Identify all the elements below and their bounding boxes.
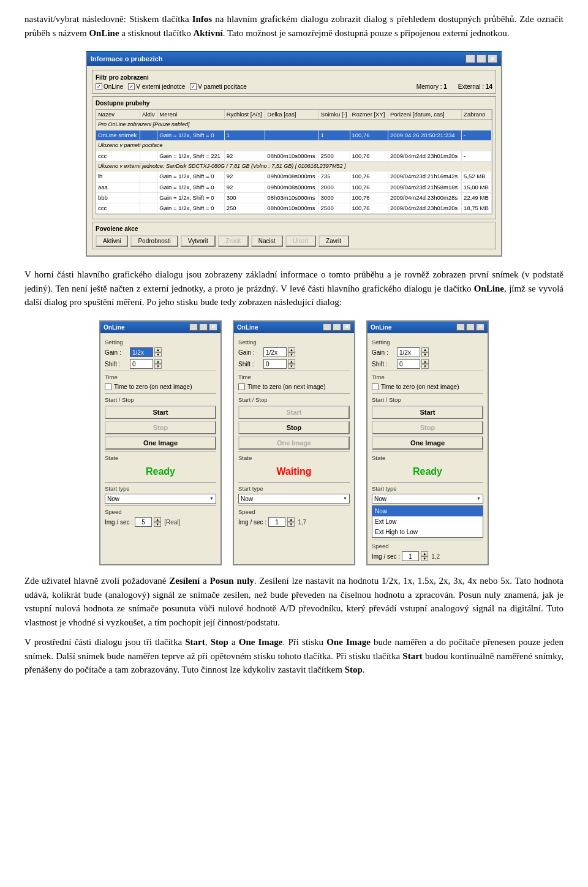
time-zero-checkbox-2[interactable] bbox=[238, 383, 245, 390]
start-type-select-2[interactable]: Now ▼ bbox=[238, 494, 350, 504]
zavrit-button[interactable]: Zavrit bbox=[318, 235, 349, 247]
gain-down-2[interactable]: ▼ bbox=[288, 352, 295, 357]
filter-external[interactable]: V externi jednotce bbox=[128, 82, 185, 91]
minimize-btn-3[interactable]: _ bbox=[456, 323, 465, 331]
online-checkbox[interactable] bbox=[96, 83, 102, 90]
start-type-dropdown-3: Now ▼ bbox=[372, 494, 483, 504]
shift-up-3[interactable]: ▲ bbox=[421, 359, 429, 364]
table-row[interactable]: lhGain = 1/2x, Shift = 09209h00m08s000ms… bbox=[96, 172, 492, 182]
paragraph-3: Zde uživatel hlavně zvolí požadované Zes… bbox=[24, 574, 564, 629]
stop-button-1[interactable]: Stop bbox=[105, 421, 216, 434]
table-row[interactable]: cccGain = 1/2x, Shift = 025008h00m10s000… bbox=[96, 203, 492, 214]
shift-down-2[interactable]: ▼ bbox=[288, 364, 295, 369]
zrusit-button[interactable]: Zrusit bbox=[218, 235, 249, 247]
table-row[interactable]: aaaGain = 1/2x, Shift = 09209h00m08s000m… bbox=[96, 182, 492, 192]
speed-up-3[interactable]: ▲ bbox=[421, 551, 428, 556]
online-titlebar-1: OnLine _ □ ✕ bbox=[100, 322, 221, 333]
gain-up-1[interactable]: ▲ bbox=[154, 347, 162, 352]
speed-down-3[interactable]: ▼ bbox=[421, 556, 428, 561]
speed-input-3[interactable]: 1 bbox=[402, 551, 419, 561]
stop-button-2[interactable]: Stop bbox=[238, 421, 350, 434]
gain-row-1: Gain : 1/2x ▲ ▼ bbox=[105, 347, 216, 357]
filter-pc[interactable]: V pameti pocitace bbox=[190, 82, 247, 91]
ulozit-button[interactable]: Ulozit bbox=[285, 235, 316, 247]
time-zero-checkbox-3[interactable] bbox=[372, 383, 379, 390]
start-button-1[interactable]: Start bbox=[105, 406, 216, 419]
maximize-button[interactable]: □ bbox=[477, 55, 486, 63]
action-buttons: Aktivni Podrobnosti Vytvorit Zrusit Naci… bbox=[96, 235, 492, 247]
speed-input-1[interactable]: 5 bbox=[135, 517, 152, 527]
shift-input-1[interactable]: 0 bbox=[130, 359, 153, 369]
online-title-btns-3: _ □ ✕ bbox=[456, 323, 484, 331]
divider-starttype-1 bbox=[105, 482, 216, 483]
shift-input-3[interactable]: 0 bbox=[397, 359, 420, 369]
start-type-select-3[interactable]: Now ▼ bbox=[372, 494, 483, 504]
gain-input-3[interactable]: 1/2x bbox=[397, 347, 420, 357]
table-row[interactable]: bbbGain = 1/2x, Shift = 030008h03m10s000… bbox=[96, 192, 492, 203]
divider-starttype-3 bbox=[372, 482, 483, 483]
close-btn-1[interactable]: ✕ bbox=[209, 323, 217, 331]
maximize-btn-2[interactable]: □ bbox=[333, 323, 341, 331]
stop-button-3[interactable]: Stop bbox=[372, 421, 483, 434]
close-btn-3[interactable]: ✕ bbox=[476, 323, 484, 331]
aktivni-button[interactable]: Aktivni bbox=[96, 235, 128, 247]
dropdown-item-ext-low[interactable]: Ext Low bbox=[372, 516, 483, 527]
shift-row-2: Shift : 0 ▲ ▼ bbox=[238, 359, 350, 369]
maximize-btn-1[interactable]: □ bbox=[199, 323, 208, 331]
cell-aktiv bbox=[140, 151, 157, 161]
podrobnosti-button[interactable]: Podrobnosti bbox=[130, 235, 178, 247]
shift-down-1[interactable]: ▼ bbox=[154, 364, 162, 369]
cell-rychlost: 1 bbox=[224, 130, 265, 140]
gain-up-2[interactable]: ▲ bbox=[288, 347, 295, 352]
vytvorit-button[interactable]: Vytvorit bbox=[181, 235, 216, 247]
maximize-btn-3[interactable]: □ bbox=[466, 323, 475, 331]
shift-down-3[interactable]: ▼ bbox=[421, 364, 429, 369]
speed-up-2[interactable]: ▲ bbox=[287, 517, 295, 522]
speed-up-1[interactable]: ▲ bbox=[154, 517, 161, 522]
online-dialog-1: OnLine _ □ ✕ Setting Gain : 1/2x ▲ ▼ bbox=[99, 320, 222, 566]
start-type-select-1[interactable]: Now ▼ bbox=[105, 494, 216, 504]
gain-down-3[interactable]: ▼ bbox=[421, 352, 429, 357]
cell-delka: 08h00m10s000ms bbox=[265, 151, 318, 161]
online-dialog-2: OnLine _ □ ✕ Setting Gain : 1/2x ▲ ▼ bbox=[233, 320, 355, 566]
gain-up-3[interactable]: ▲ bbox=[421, 347, 429, 352]
one-image-button-3[interactable]: One Image bbox=[372, 436, 483, 450]
table-row: Pro OnLine zobrazeni [Pouze nahled] bbox=[96, 120, 492, 130]
filter-row: OnLine V externi jednotce V pameti pocit… bbox=[96, 82, 492, 91]
action-section: Povolene akce Aktivni Podrobnosti Vytvor… bbox=[92, 222, 496, 249]
pc-checkbox[interactable] bbox=[190, 83, 197, 90]
gain-down-1[interactable]: ▼ bbox=[154, 352, 162, 357]
speed-input-2[interactable]: 1 bbox=[268, 517, 285, 527]
minimize-btn-1[interactable]: _ bbox=[189, 323, 198, 331]
speed-down-1[interactable]: ▼ bbox=[154, 522, 161, 527]
one-image-button-2[interactable]: One Image bbox=[238, 436, 350, 450]
filter-online[interactable]: OnLine bbox=[96, 82, 123, 91]
shift-input-2[interactable]: 0 bbox=[263, 359, 287, 369]
dropdown-item-now[interactable]: Now bbox=[372, 506, 483, 516]
minimize-button[interactable]: _ bbox=[466, 55, 475, 63]
cell-delka bbox=[265, 130, 318, 140]
state-label-2: State bbox=[238, 454, 350, 462]
cell-zabrano: - bbox=[462, 130, 492, 140]
state-value-1: Ready bbox=[105, 463, 216, 480]
start-button-2[interactable]: Start bbox=[238, 406, 350, 419]
gain-input-1[interactable]: 1/2x bbox=[130, 347, 153, 357]
online-dialogs-container: OnLine _ □ ✕ Setting Gain : 1/2x ▲ ▼ bbox=[24, 320, 564, 566]
minimize-btn-2[interactable]: _ bbox=[323, 323, 331, 331]
close-button[interactable]: ✕ bbox=[488, 55, 497, 63]
gain-input-2[interactable]: 1/2x bbox=[263, 347, 287, 357]
table-row[interactable]: OnLine snimek Gain = 1/2x, Shift = 0 1 1… bbox=[96, 130, 492, 140]
time-zero-checkbox-1[interactable] bbox=[105, 383, 111, 390]
close-btn-2[interactable]: ✕ bbox=[342, 323, 351, 331]
shift-up-1[interactable]: ▲ bbox=[154, 359, 162, 364]
state-label-3: State bbox=[372, 454, 483, 462]
external-checkbox[interactable] bbox=[128, 83, 135, 90]
nacist-button[interactable]: Nacist bbox=[251, 235, 283, 247]
zesílení-bold: Zesílení bbox=[169, 576, 200, 586]
table-row[interactable]: ccc Gain = 1/2x, Shift = 221 92 08h00m10… bbox=[96, 151, 492, 161]
start-button-3[interactable]: Start bbox=[372, 406, 483, 419]
shift-up-2[interactable]: ▲ bbox=[288, 359, 295, 364]
speed-down-2[interactable]: ▼ bbox=[287, 522, 295, 527]
one-image-button-1[interactable]: One Image bbox=[105, 436, 216, 450]
dropdown-item-ext-high-low[interactable]: Ext High to Low bbox=[372, 527, 483, 537]
